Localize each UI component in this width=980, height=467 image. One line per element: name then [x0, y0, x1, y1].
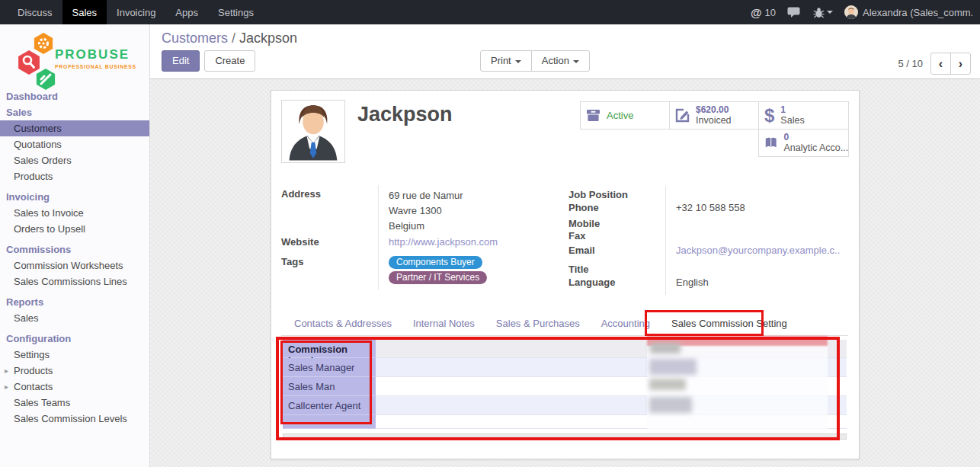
- stat-label: Invoiced: [696, 115, 732, 126]
- main-menu: Discuss Sales Invoicing Apps Settings: [0, 0, 264, 24]
- nav-apps[interactable]: Apps: [165, 0, 208, 24]
- sidebar-section-invoicing[interactable]: Invoicing: [0, 189, 149, 205]
- phone-value: +32 10 588 558: [665, 202, 745, 218]
- pager-previous-button[interactable]: ‹: [930, 53, 951, 75]
- invoiced-stat-button[interactable]: $620.00 Invoiced: [669, 101, 759, 130]
- sidebar-item-sales-orders[interactable]: Sales Orders: [0, 152, 149, 168]
- sidebar-item-sales-commissions-lines[interactable]: Sales Commissions Lines: [0, 273, 149, 289]
- sidebar-item-commission-worksheets[interactable]: Commission Worksheets: [0, 257, 149, 273]
- sidebar-section-reports[interactable]: Reports: [0, 294, 149, 310]
- logo-text: PROBUSE PROFESSIONAL BUSINESS: [55, 47, 136, 69]
- customer-photo[interactable]: [281, 100, 345, 163]
- stat-value: 1: [780, 105, 804, 115]
- form-buttons: Edit Create: [162, 50, 255, 72]
- field-group-left: Address 69 rue de Namur Wavre 1300 Belgi…: [281, 188, 548, 286]
- nav-settings[interactable]: Settings: [208, 0, 264, 24]
- messages-icon[interactable]: [787, 7, 802, 18]
- sidebar-item-reports-sales[interactable]: Sales: [0, 310, 149, 326]
- tab-sales-commission-setting[interactable]: Sales Commission Setting: [661, 312, 798, 335]
- record-pager: 5 / 10 ‹ ›: [898, 53, 971, 75]
- expand-icon: ▸: [5, 382, 8, 392]
- stat-value: $620.00: [696, 105, 732, 115]
- notebook-tabs: Contacts & Addresses Internal Notes Sale…: [281, 312, 848, 336]
- sidebar-section-commissions[interactable]: Commissions: [0, 241, 149, 257]
- active-stat-button[interactable]: Active: [580, 101, 670, 130]
- sidebar-item-sales-teams[interactable]: Sales Teams: [0, 395, 149, 411]
- sidebar-item-sales-to-invoice[interactable]: Sales to Invoice: [0, 205, 149, 221]
- mentions-counter[interactable]: @ 10: [751, 6, 776, 19]
- print-dropdown-button[interactable]: Print: [480, 50, 532, 72]
- redacted-cell: [649, 359, 697, 375]
- phone-label: Phone: [568, 202, 665, 218]
- user-name: Alexandra (Sales_comm..: [863, 7, 974, 18]
- edit-button[interactable]: Edit: [162, 50, 200, 72]
- sidebar-item-customers[interactable]: Customers: [0, 120, 149, 136]
- tag-partner-it-services[interactable]: Partner / IT Services: [389, 271, 487, 284]
- stat-label: Active: [607, 110, 633, 121]
- sidebar-item-config-contacts[interactable]: ▸ Contacts: [0, 379, 149, 395]
- stat-label: Sales: [780, 115, 804, 126]
- create-button[interactable]: Create: [204, 50, 255, 72]
- field-divider: [378, 185, 379, 289]
- sidebar-item-config-products[interactable]: ▸ Products: [0, 363, 149, 379]
- commission-level-cell[interactable]: Sales Manager: [283, 358, 376, 377]
- nav-sales[interactable]: Sales: [62, 0, 107, 24]
- analytic-accounts-stat-button[interactable]: 0 Analytic Acco...: [758, 129, 849, 157]
- stat-value: 0: [783, 133, 843, 142]
- sidebar-item-orders-to-upsell[interactable]: Orders to Upsell: [0, 221, 149, 237]
- sidebar-item-sales-commission-levels[interactable]: Sales Commission Levels: [0, 411, 149, 427]
- navbar-systray: @ 10 Alexandra (Sales_comm..: [751, 5, 980, 19]
- breadcrumb-customers[interactable]: Customers: [162, 30, 228, 46]
- commission-level-cell[interactable]: Sales Man: [283, 377, 376, 396]
- website-link[interactable]: http://www.jackpson.com: [389, 236, 498, 248]
- commission-level-cell[interactable]: Callcenter Agent: [283, 396, 376, 415]
- sidebar-section-configuration[interactable]: Configuration: [0, 331, 149, 347]
- nav-invoicing[interactable]: Invoicing: [107, 0, 165, 24]
- content-area: Jackpson Active $620.00 Invoiced: [150, 79, 980, 467]
- user-menu[interactable]: Alexandra (Sales_comm..: [844, 5, 974, 19]
- app-logo[interactable]: PROBUSE PROFESSIONAL BUSINESS: [8, 30, 146, 90]
- action-dropdown-button[interactable]: Action: [531, 50, 590, 72]
- pager-next-button[interactable]: ›: [950, 53, 971, 75]
- breadcrumb-current: Jackpson: [239, 30, 297, 46]
- commission-level-cell: [283, 415, 376, 429]
- sidebar-item-config-settings[interactable]: Settings: [0, 347, 149, 363]
- chevron-down-icon: [515, 60, 521, 63]
- book-icon: [764, 136, 777, 149]
- sidebar-item-label: Products: [14, 365, 53, 376]
- sidebar-item-products[interactable]: Products: [0, 168, 149, 184]
- title-value: [665, 264, 676, 277]
- email-label: Email: [568, 245, 665, 264]
- sidebar-section-sales[interactable]: Sales: [0, 104, 149, 120]
- sales-stat-button[interactable]: $ 1 Sales: [758, 101, 849, 130]
- field-group-right: Job Position Phone +32 10 588 558 Mobile…: [568, 189, 847, 292]
- tag-components-buyer[interactable]: Components Buyer: [389, 256, 482, 269]
- job-position-label: Job Position: [568, 189, 665, 202]
- email-link[interactable]: Jackpson@yourcompany.example.c..: [676, 245, 840, 256]
- nav-discuss[interactable]: Discuss: [8, 0, 62, 24]
- form-sheet: Jackpson Active $620.00 Invoiced: [271, 90, 860, 459]
- page-title: Jackpson: [357, 103, 453, 126]
- stat-label: Analytic Acco...: [783, 142, 843, 154]
- mobile-value: [665, 218, 676, 230]
- sidebar-menu: Dashboard Sales Customers Quotations Sal…: [0, 88, 149, 427]
- app-window: Discuss Sales Invoicing Apps Settings @ …: [0, 0, 980, 467]
- language-label: Language: [568, 277, 665, 292]
- tab-accounting[interactable]: Accounting: [591, 312, 661, 335]
- redacted-cell: [650, 343, 681, 353]
- tab-contacts-addresses[interactable]: Contacts & Addresses: [283, 312, 402, 335]
- sidebar-section-dashboard[interactable]: Dashboard: [0, 88, 149, 104]
- tab-internal-notes[interactable]: Internal Notes: [402, 312, 485, 335]
- language-value: English: [665, 277, 709, 292]
- commission-level-header[interactable]: Commission Level: [283, 340, 376, 358]
- logo-title: PROBUSE: [55, 47, 136, 62]
- table-horizontal-scrollbar[interactable]: [283, 433, 847, 440]
- debug-menu[interactable]: [813, 7, 833, 18]
- tab-sales-purchases[interactable]: Sales & Purchases: [485, 312, 591, 335]
- breadcrumb: Customers / Jackpson: [162, 30, 297, 46]
- tags-label: Tags: [281, 256, 378, 286]
- at-icon: @: [751, 6, 762, 19]
- bug-icon: [813, 7, 825, 18]
- website-label: Website: [281, 236, 378, 251]
- sidebar-item-quotations[interactable]: Quotations: [0, 136, 149, 152]
